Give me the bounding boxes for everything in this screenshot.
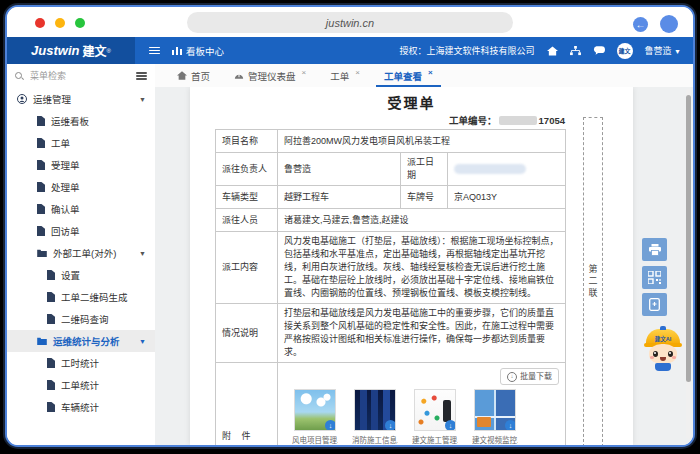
jianwen-ai-mascot[interactable]: 建文AI <box>645 325 681 373</box>
close-window-button[interactable] <box>35 18 45 28</box>
zoom-window-button[interactable] <box>75 18 85 28</box>
attachment-item[interactable]: ↓ 建文施工管理... <box>412 389 458 445</box>
table-row: 派往人员 诸葛建文,马建云,鲁营造,赵建设 <box>216 209 566 232</box>
document-icon <box>37 204 45 214</box>
video-monitor-thumbnail[interactable]: ↓ <box>474 389 516 431</box>
attachment-item[interactable]: ↓ 消防施工信息... <box>352 389 398 445</box>
qrcode-button[interactable] <box>642 266 667 289</box>
sidebar-item-qrcode-query[interactable]: 二维码查询 <box>7 308 155 330</box>
sidebar-item-work-order[interactable]: 工单 <box>7 132 155 154</box>
download-circle-icon: ↓ <box>507 372 517 382</box>
sidebar-item-processing-form[interactable]: 处理单 <box>7 176 155 198</box>
close-tab-icon[interactable]: × <box>355 68 360 77</box>
table-row: 情况说明 打垫层和基础放线是风力发电基础施工中的重要步骤，它们的质量直接关系到整… <box>216 304 566 363</box>
close-tab-icon[interactable]: × <box>302 68 307 77</box>
vehicle-type-value: 越野工程车 <box>278 186 401 209</box>
tab-work-order[interactable]: 工单 × <box>318 64 372 87</box>
download-icon[interactable]: ↓ <box>505 420 516 431</box>
home-icon[interactable] <box>547 46 558 56</box>
sidebar-item-label: 处理单 <box>51 180 80 194</box>
sidebar-item-label: 工单二维码生成 <box>61 290 128 304</box>
sidebar-item-follow-up-form[interactable]: 回访单 <box>7 220 155 242</box>
document-icon <box>47 380 55 390</box>
sidebar-item-work-hours-stats[interactable]: 工时统计 <box>7 352 155 374</box>
sidebar-item-confirmation-form[interactable]: 确认单 <box>7 198 155 220</box>
sidebar-item-ops-board[interactable]: 运维看板 <box>7 110 155 132</box>
close-tab-icon[interactable]: × <box>428 68 433 77</box>
sidebar-item-label: 二维码查询 <box>61 312 109 326</box>
browser-action-button[interactable] <box>660 15 678 33</box>
situation-note-label: 情况说明 <box>216 304 278 363</box>
batch-download-button[interactable]: ↓ 批量下载 <box>500 368 559 385</box>
document-icon <box>47 358 55 368</box>
tab-label: 管理仪表盘 <box>248 69 296 83</box>
fire-dashboard-thumbnail[interactable]: ↓ <box>354 389 396 431</box>
sidebar-item-external-work-order[interactable]: 外部工单(对外) ▼ <box>7 242 155 264</box>
helmet-icon: 建文AI <box>646 329 680 345</box>
sidebar-item-label: 外部工单(对外) <box>53 246 116 260</box>
wind-project-thumbnail[interactable]: ↓ <box>294 389 336 431</box>
home-icon <box>177 71 187 80</box>
sidebar-item-label: 车辆统计 <box>61 400 99 414</box>
address-bar[interactable]: justwin.cn <box>187 12 513 33</box>
sidebar-item-vehicle-stats[interactable]: 车辆统计 <box>7 396 155 418</box>
tab-work-order-view[interactable]: 工单查看 × <box>372 64 445 87</box>
vertical-scrollbar[interactable] <box>686 89 691 439</box>
sidebar-item-label: 运维统计与分析 <box>53 334 120 348</box>
project-name-value: 阿拉善200MW风力发电项目风机吊装工程 <box>278 130 566 153</box>
minimize-window-button[interactable] <box>55 18 65 28</box>
back-button[interactable]: ← <box>633 17 648 32</box>
vehicle-type-label: 车辆类型 <box>216 186 278 209</box>
sidebar: 运维管理 ▼ 运维看板 工单 受理单 处理单 确认单 <box>7 64 156 445</box>
order-number-value: 17054 <box>539 115 565 126</box>
screen-background: justwin.cn ← Justwin 建文 ® 看板中心 授 <box>0 0 700 454</box>
attachment-name: 建文视频监控... <box>472 434 518 445</box>
attachment-item[interactable]: ↓ 风电项目管理... <box>292 389 338 445</box>
mascot-label: 建文AI <box>655 335 672 343</box>
app-logo[interactable]: Justwin 建文 ® <box>7 37 135 64</box>
tab-home[interactable]: 首页 <box>165 64 222 87</box>
staff-value: 诸葛建文,马建云,鲁营造,赵建设 <box>278 209 566 232</box>
sidebar-item-settings[interactable]: 设置 <box>7 264 155 286</box>
sidebar-item-ops-statistics[interactable]: 运维统计与分析 ▼ <box>7 330 155 352</box>
download-icon[interactable]: ↓ <box>445 420 456 431</box>
attachment-list: ↓ 风电项目管理... ↓ 消防施工信息... <box>292 389 518 445</box>
download-icon[interactable]: ↓ <box>385 420 396 431</box>
construction-mgmt-thumbnail[interactable]: ↓ <box>414 389 456 431</box>
mascot-face <box>649 344 677 364</box>
sitemap-icon[interactable] <box>570 46 581 56</box>
document-icon <box>37 160 45 170</box>
sidebar-item-work-order-stats[interactable]: 工单统计 <box>7 374 155 396</box>
sidebar-item-ops-management[interactable]: 运维管理 ▼ <box>7 88 155 110</box>
sidebar-item-acceptance-form[interactable]: 受理单 <box>7 154 155 176</box>
jianwen-avatar-logo[interactable]: 建文 <box>617 43 633 59</box>
download-icon[interactable]: ↓ <box>325 420 336 431</box>
dispatch-content-label: 派工内容 <box>216 232 278 304</box>
order-number-redacted <box>499 116 537 125</box>
logo-text-cn: 建文 <box>82 42 106 59</box>
tab-label: 首页 <box>191 69 210 83</box>
printer-icon <box>648 244 662 256</box>
document-icon <box>37 138 45 148</box>
tab-label: 工单查看 <box>384 69 422 83</box>
batch-download-label: 批量下载 <box>520 370 552 383</box>
menu-search-input[interactable] <box>28 70 131 82</box>
logo-text-en: Justwin <box>31 43 79 58</box>
attachments-cell: ↓ 批量下载 ↓ 风电项目管理... <box>278 363 566 446</box>
message-cloud-icon[interactable] <box>593 46 605 55</box>
leader-value: 鲁营造 <box>278 153 401 186</box>
attachment-item[interactable]: ↓ 建文视频监控... <box>472 389 518 445</box>
sidebar-item-label: 工时统计 <box>61 356 99 370</box>
board-center-link[interactable]: 看板中心 <box>172 44 224 58</box>
scrollbar-thumb[interactable] <box>686 95 691 382</box>
device-button[interactable] <box>642 293 667 316</box>
user-menu[interactable]: 鲁营造 ▼ <box>645 44 681 57</box>
app-header: Justwin 建文 ® 看板中心 授权：上海建文软件科技有限公司 <box>7 37 693 64</box>
qrcode-icon <box>648 271 661 284</box>
sidebar-list-icon[interactable] <box>136 70 147 81</box>
print-button[interactable] <box>642 238 667 261</box>
project-name-label: 项目名称 <box>216 130 278 153</box>
sidebar-item-qrcode-generate[interactable]: 工单二维码生成 <box>7 286 155 308</box>
collapse-menu-icon[interactable] <box>149 45 160 56</box>
tab-dashboard[interactable]: 管理仪表盘 × <box>222 64 318 87</box>
